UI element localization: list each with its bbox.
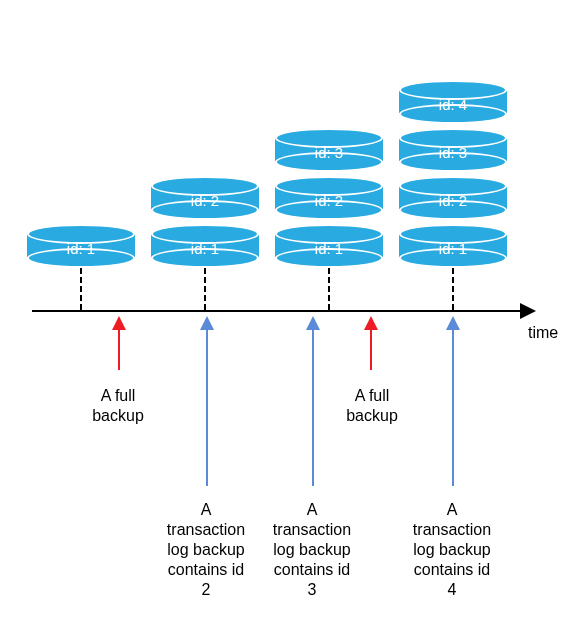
disk-label: id: 2 — [399, 192, 507, 209]
stack-1-connector — [80, 268, 82, 310]
disk-label: id: 1 — [399, 240, 507, 257]
log-backup-caption-id-4: A transaction log backup contains id 4 — [402, 500, 502, 600]
disk-stack-4-id-3: id: 3 — [399, 128, 507, 172]
disk-label: id: 3 — [275, 144, 383, 161]
disk-label: id: 4 — [399, 96, 507, 113]
stack-2-connector — [204, 268, 206, 310]
disk-stack-3-id-3: id: 3 — [275, 128, 383, 172]
disk-stack-2-id-1: id: 1 — [151, 224, 259, 268]
disk-label: id: 1 — [275, 240, 383, 257]
disk-stack-4-id-4: id: 4 — [399, 80, 507, 124]
disk-stack-4-id-2: id: 2 — [399, 176, 507, 220]
log-backup-caption-id-3: A transaction log backup contains id 3 — [262, 500, 362, 600]
disk-label: id: 1 — [27, 240, 135, 257]
stack-3-connector — [328, 268, 330, 310]
disk-label: id: 2 — [151, 192, 259, 209]
time-axis — [32, 310, 522, 312]
disk-stack-3-id-1: id: 1 — [275, 224, 383, 268]
disk-stack-3-id-2: id: 2 — [275, 176, 383, 220]
axis-arrowhead-icon — [520, 303, 536, 319]
time-axis-label: time — [528, 324, 558, 342]
disk-stack-4-id-1: id: 1 — [399, 224, 507, 268]
full-backup-caption-2: A full backup — [332, 386, 412, 426]
log-backup-caption-id-2: A transaction log backup contains id 2 — [156, 500, 256, 600]
disk-label: id: 1 — [151, 240, 259, 257]
disk-stack-1-id-1: id: 1 — [27, 224, 135, 268]
stack-4-connector — [452, 268, 454, 310]
full-backup-caption-1: A full backup — [78, 386, 158, 426]
disk-label: id: 3 — [399, 144, 507, 161]
backup-timeline-diagram: id: 1 id: 1 id: 2 id: 1 id: 2 id: 3 id: … — [0, 0, 578, 638]
disk-stack-2-id-2: id: 2 — [151, 176, 259, 220]
disk-label: id: 2 — [275, 192, 383, 209]
